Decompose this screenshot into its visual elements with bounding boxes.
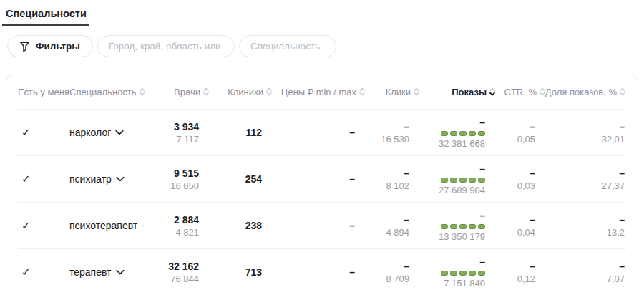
chevron-down-icon — [116, 269, 125, 275]
column-header[interactable]: Показы — [420, 87, 496, 97]
doctors-secondary: 4 821 — [144, 226, 199, 238]
impressions-secondary: 32 381 668 — [420, 137, 485, 150]
clinics-value: 254 — [210, 173, 262, 185]
ctr-primary: – — [496, 167, 535, 180]
column-header[interactable]: Доля показов, % — [546, 87, 626, 97]
ctr-secondary: 0,05 — [496, 133, 535, 145]
clinics-cell: 238 — [210, 219, 273, 232]
share-secondary: 32,01 — [546, 133, 625, 145]
prices-value: – — [273, 126, 355, 139]
clicks-secondary: 4 894 — [366, 226, 409, 238]
column-header[interactable]: Цены ₽ min / max — [273, 87, 366, 97]
ctr-secondary: 0,03 — [496, 180, 535, 192]
share-secondary: 27,37 — [546, 180, 625, 192]
share-cell: – 13,2 — [546, 213, 626, 238]
share-cell: – 27,37 — [546, 167, 626, 192]
column-header[interactable]: Клиники — [210, 87, 273, 97]
prices-cell: – — [273, 173, 366, 185]
filters-button[interactable]: Фильтры — [7, 35, 93, 57]
doctors-cell: 3 934 7 117 — [144, 120, 210, 145]
impressions-bars — [420, 131, 485, 136]
specialty-input[interactable] — [239, 35, 336, 57]
column-header-label: Есть у меня — [18, 87, 69, 97]
doctors-secondary: 7 117 — [144, 133, 199, 145]
share-cell: – 7,07 — [546, 260, 626, 285]
share-secondary: 7,07 — [546, 273, 625, 285]
impressions-cell: – 13 350 179 — [420, 209, 496, 243]
ctr-cell: – 0,03 — [496, 167, 546, 192]
clicks-cell: – 8 709 — [366, 260, 420, 285]
prices-cell: – — [273, 126, 366, 139]
specialty-cell[interactable]: психиатр — [69, 173, 144, 185]
impressions-secondary: 13 350 179 — [420, 231, 485, 243]
doctors-secondary: 16 650 — [144, 180, 199, 192]
prices-cell: – — [273, 266, 366, 279]
specialty-label: нарколог — [69, 127, 111, 138]
clicks-primary: – — [366, 167, 409, 180]
region-input[interactable] — [97, 35, 235, 57]
specialty-cell[interactable]: терапевт — [69, 266, 144, 278]
specialty-cell[interactable]: нарколог — [69, 127, 144, 138]
filter-bar: Фильтры — [7, 35, 644, 57]
column-header[interactable]: Специальность — [69, 87, 144, 97]
specialty-cell[interactable]: психотерапевт — [69, 220, 144, 231]
table-row: ✓ психиатр 9 515 16 650 254 – – 8 102 – … — [18, 155, 626, 202]
doctors-primary: 3 934 — [144, 120, 199, 133]
impressions-primary: – — [420, 163, 485, 175]
column-header[interactable]: CTR, % — [496, 87, 546, 97]
have-it-cell[interactable]: ✓ — [18, 219, 69, 232]
doctors-cell: 32 162 76 844 — [144, 260, 210, 285]
prices-value: – — [273, 266, 355, 279]
sort-icon — [619, 87, 626, 97]
prices-value: – — [273, 173, 355, 185]
table-body: ✓ нарколог 3 934 7 117 112 – – 16 530 – … — [18, 109, 626, 295]
have-it-cell[interactable]: ✓ — [18, 126, 69, 139]
table-row: ✓ терапевт 32 162 76 844 713 – – 8 709 –… — [18, 248, 626, 295]
impressions-primary: – — [420, 116, 485, 129]
table-row: ✓ нарколог 3 934 7 117 112 – – 16 530 – … — [18, 109, 626, 155]
impressions-secondary: 27 689 904 — [420, 184, 485, 196]
column-header-label: Цены ₽ min / max — [281, 87, 356, 97]
have-it-cell[interactable]: ✓ — [18, 173, 69, 185]
clicks-primary: – — [366, 213, 409, 226]
impressions-bars — [420, 271, 485, 276]
prices-value: – — [273, 219, 355, 232]
column-header-label: Клиники — [228, 87, 263, 97]
clicks-cell: – 8 102 — [366, 167, 420, 192]
column-header-label: Клики — [386, 87, 411, 97]
ctr-primary: – — [496, 260, 535, 273]
check-icon: ✓ — [21, 126, 31, 138]
impressions-cell: – 32 381 668 — [420, 116, 496, 150]
column-header[interactable]: Клики — [366, 87, 420, 97]
prices-cell: – — [273, 219, 366, 232]
specialty-label: психотерапевт — [69, 220, 137, 231]
check-icon: ✓ — [21, 173, 31, 185]
clicks-secondary: 8 709 — [366, 273, 409, 285]
column-header-label: Специальность — [69, 87, 137, 97]
check-icon: ✓ — [21, 219, 31, 231]
impressions-cell: – 27 689 904 — [420, 163, 496, 196]
column-header-label: Доля показов, % — [545, 87, 617, 97]
chevron-down-icon — [116, 176, 125, 182]
tab-specialties[interactable]: Специальности — [2, 6, 89, 26]
share-secondary: 13,2 — [546, 226, 625, 238]
doctors-primary: 9 515 — [144, 167, 199, 180]
doctors-primary: 32 162 — [144, 260, 199, 273]
sort-icon — [489, 87, 496, 97]
share-primary: – — [546, 120, 625, 133]
have-it-cell[interactable]: ✓ — [18, 266, 69, 279]
clicks-secondary: 8 102 — [366, 180, 409, 192]
tab-bar: Специальности — [0, 0, 644, 26]
clicks-cell: – 4 894 — [366, 213, 420, 238]
impressions-secondary: 7 151 840 — [420, 277, 485, 289]
clinics-cell: 254 — [210, 173, 273, 185]
column-header[interactable]: Врачи — [144, 87, 210, 97]
clinics-value: 238 — [210, 219, 262, 232]
ctr-cell: – 0,05 — [496, 120, 546, 145]
chevron-down-icon — [115, 130, 124, 135]
filter-funnel-icon — [20, 42, 29, 52]
specialty-label: психиатр — [69, 173, 112, 185]
clinics-cell: 112 — [210, 126, 273, 139]
table-header-row: Есть у меня Специальность Врачи Клиники … — [18, 74, 626, 109]
sort-icon — [358, 87, 366, 97]
